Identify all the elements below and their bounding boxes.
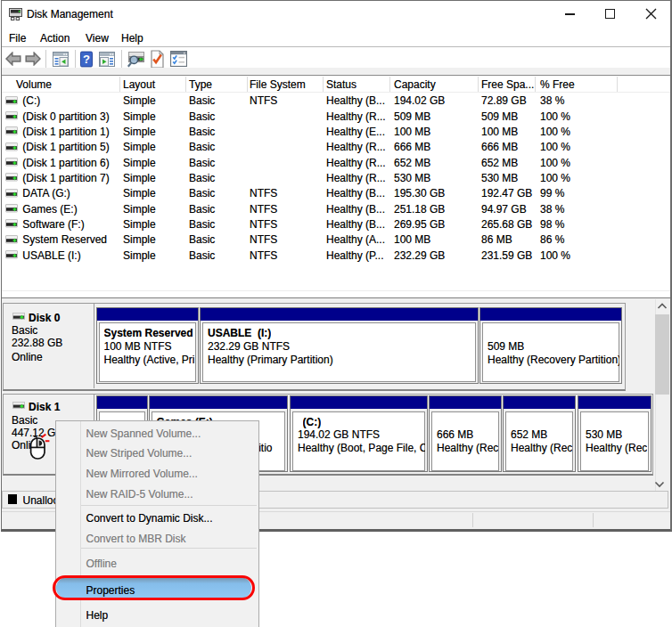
svg-text:?: ?	[83, 53, 90, 66]
